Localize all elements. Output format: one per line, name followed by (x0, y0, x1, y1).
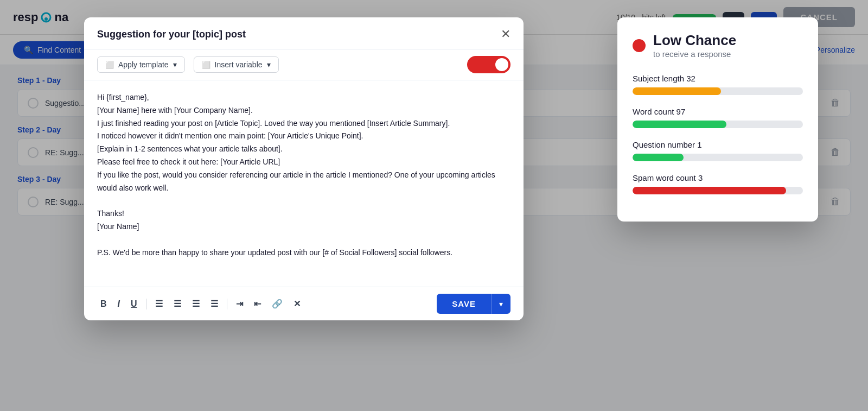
indent-button[interactable]: ⇥ (233, 296, 246, 311)
line-10: P.S. We'd be more than happy to share yo… (97, 246, 510, 260)
format-separator-1 (146, 299, 146, 309)
metric-bar-track-3 (633, 154, 803, 161)
chevron-down-icon-2: ▾ (267, 60, 271, 69)
metric-bar-fill-2 (633, 121, 726, 128)
modal-header: Suggestion for your [topic] post ✕ (84, 17, 524, 49)
line-4: I noticed however it didn't mention one … (97, 130, 510, 143)
score-title: Low Chance (653, 33, 736, 48)
score-title-group: Low Chance to receive a response (653, 33, 736, 59)
metric-subject-length: Subject length 32 (633, 74, 803, 95)
metric-label-1: Subject length 32 (633, 74, 803, 83)
metric-label-4: Spam word count 3 (633, 173, 803, 182)
line-9: [Your Name] (97, 220, 510, 233)
metric-bar-fill-1 (633, 87, 721, 95)
email-content: Hi {first_name}, [Your Name] here with [… (97, 91, 510, 276)
line-8: Thanks! (97, 207, 510, 220)
align-center-button[interactable]: ☰ (170, 296, 184, 311)
outdent-button[interactable]: ⇤ (251, 296, 264, 311)
save-button[interactable]: SAVE (437, 294, 491, 314)
metric-bar-fill-3 (633, 154, 684, 161)
score-header: Low Chance to receive a response (633, 33, 803, 59)
apply-template-label: Apply template (118, 60, 169, 69)
align-right-button[interactable]: ☰ (189, 296, 203, 311)
link-button[interactable]: 🔗 (269, 296, 286, 311)
save-dropdown-button[interactable]: ▾ (491, 294, 510, 314)
insert-variable-label: Insert variable (215, 60, 263, 69)
underline-button[interactable]: U (127, 297, 141, 311)
metric-word-count: Word count 97 (633, 107, 803, 128)
metric-bar-track-4 (633, 187, 803, 194)
align-left-button[interactable]: ☰ (152, 296, 166, 311)
format-separator-2 (227, 299, 227, 309)
align-justify-button[interactable]: ☰ (207, 296, 221, 311)
suggestion-modal: Suggestion for your [topic] post ✕ ⬜ App… (84, 17, 524, 320)
template-icon: ⬜ (105, 61, 114, 69)
apply-template-button[interactable]: ⬜ Apply template ▾ (97, 56, 185, 73)
line-1: Hi {first_name}, (97, 91, 510, 104)
modal-title: Suggestion for your [topic] post (97, 29, 246, 40)
line-5: [Explain in 1-2 sentences what your arti… (97, 143, 510, 156)
modal-body[interactable]: Hi {first_name}, [Your Name] here with [… (84, 80, 524, 287)
metric-bar-track-2 (633, 121, 803, 128)
close-button[interactable]: ✕ (501, 28, 510, 40)
insert-variable-button[interactable]: ⬜ Insert variable ▾ (194, 56, 279, 73)
metric-question-number: Question number 1 (633, 140, 803, 161)
variable-icon: ⬜ (202, 61, 210, 69)
clear-format-button[interactable]: ✕ (290, 296, 304, 311)
save-group: SAVE ▾ (437, 294, 510, 314)
metric-bar-track-1 (633, 87, 803, 95)
modal-footer: B I U ☰ ☰ ☰ ☰ ⇥ ⇤ 🔗 ✕ SAVE ▾ (84, 287, 524, 320)
metric-spam-count: Spam word count 3 (633, 173, 803, 194)
status-indicator (633, 39, 646, 52)
chevron-down-icon: ▾ (173, 60, 177, 69)
modal-toolbar: ⬜ Apply template ▾ ⬜ Insert variable ▾ (84, 49, 524, 80)
line-6: Please feel free to check it out here: [… (97, 156, 510, 169)
line-3: I just finished reading your post on [Ar… (97, 117, 510, 130)
metric-label-2: Word count 97 (633, 107, 803, 116)
bold-button[interactable]: B (97, 297, 110, 311)
score-subtitle: to receive a response (653, 49, 736, 59)
line-7: If you like the post, would you consider… (97, 169, 510, 195)
italic-button[interactable]: I (114, 297, 123, 311)
score-panel: Low Chance to receive a response Subject… (617, 17, 818, 222)
metric-label-3: Question number 1 (633, 140, 803, 149)
toggle-switch[interactable] (467, 56, 510, 73)
line-2: [Your Name] here with [Your Company Name… (97, 104, 510, 117)
metric-bar-fill-4 (633, 187, 786, 194)
